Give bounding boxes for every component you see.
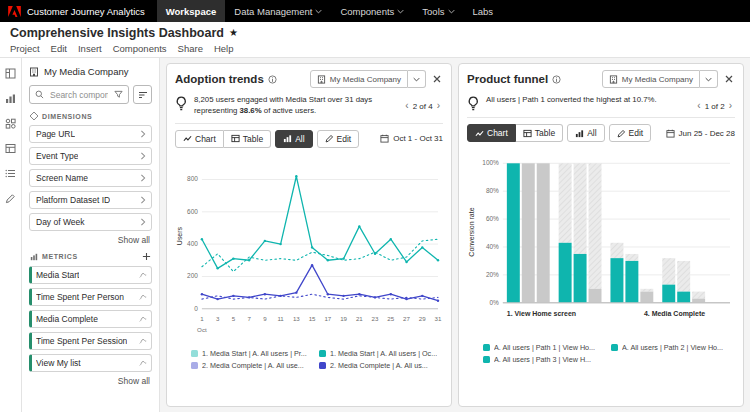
svg-text:Conversion rate: Conversion rate: [468, 207, 475, 256]
insight-pager: ‹ 1 of 2 ›: [694, 101, 735, 111]
svg-text:11: 11: [277, 314, 284, 321]
toolbar-edit-button[interactable]: Edit: [609, 124, 652, 142]
toolbar-all-button[interactable]: All: [567, 124, 604, 142]
search-input[interactable]: [48, 89, 110, 101]
panels-icon[interactable]: [5, 68, 16, 79]
favorite-star-icon[interactable]: ★: [229, 28, 238, 38]
legend-item[interactable]: 2. Media Complete | A. All us...: [319, 361, 439, 370]
chevron-down-icon: [448, 9, 455, 14]
topnav-label: Tools: [422, 6, 444, 17]
insight-text: All users | Path 1 converted the highest…: [486, 94, 688, 105]
panel-title: Product funnel: [467, 73, 548, 85]
lightbulb-icon: [467, 96, 480, 111]
sort-components-button[interactable]: [133, 85, 152, 104]
menu-help[interactable]: Help: [214, 43, 234, 54]
legend-item[interactable]: A. All users | Path 2 | View Ho...: [611, 343, 731, 352]
building-icon: [29, 67, 39, 77]
pager-prev-button[interactable]: ‹: [402, 101, 411, 111]
topnav-components[interactable]: Components: [331, 0, 413, 22]
svg-text:4. Media Complete: 4. Media Complete: [644, 310, 705, 318]
spark-icon: [139, 337, 147, 345]
spark-icon: [139, 271, 147, 279]
list-icon[interactable]: [5, 168, 16, 179]
legend-swatch: [191, 362, 198, 369]
panel-close-button[interactable]: [431, 73, 443, 85]
date-range[interactable]: Oct 1 - Oct 31: [380, 134, 443, 143]
svg-text:13: 13: [293, 314, 300, 321]
metric-item[interactable]: Time Spent Per Person: [29, 288, 152, 306]
topnav-labs[interactable]: Labs: [464, 0, 503, 22]
insight-pager: ‹ 2 of 4 ›: [402, 101, 443, 111]
menu-insert[interactable]: Insert: [78, 43, 102, 54]
menu-edit[interactable]: Edit: [51, 43, 67, 54]
data-view-selector[interactable]: My Media Company: [602, 70, 700, 88]
topnav-data-management[interactable]: Data Management: [225, 0, 331, 22]
svg-text:800: 800: [187, 175, 198, 182]
legend-item[interactable]: A. All users | Path 1 | View Ho...: [483, 343, 603, 352]
toolbar-table-button[interactable]: Table: [516, 124, 563, 142]
data-view-selector[interactable]: My Media Company: [310, 70, 408, 88]
legend-item[interactable]: 2. Media Complete | A. All use...: [191, 361, 311, 370]
legend-item[interactable]: 1. Media Start | A. All users | Oc...: [319, 349, 439, 358]
chart-legend: A. All users | Path 1 | View Ho... A. Al…: [467, 340, 735, 364]
svg-text:0%: 0%: [490, 299, 500, 306]
pager-next-button[interactable]: ›: [434, 101, 443, 111]
toolbar-chart-button[interactable]: Chart: [175, 130, 224, 148]
visualizations-icon[interactable]: [5, 93, 16, 104]
tables-icon[interactable]: [5, 143, 16, 154]
dimensions-show-all[interactable]: Show all: [31, 235, 150, 245]
dimension-item[interactable]: Event Type: [29, 147, 152, 165]
data-view[interactable]: My Media Company: [29, 66, 152, 77]
panel-collapse-button[interactable]: [700, 70, 718, 88]
legend-swatch: [611, 344, 618, 351]
legend-item[interactable]: 1. Media Start | A. All users | Pr...: [191, 349, 311, 358]
dimension-item[interactable]: Page URL: [29, 125, 152, 143]
components-icon[interactable]: [5, 118, 16, 129]
metric-item[interactable]: Time Spent Per Session: [29, 332, 152, 350]
svg-text:25: 25: [387, 314, 394, 321]
pager-label: 2 of 4: [413, 102, 433, 111]
metric-item[interactable]: View My list: [29, 354, 152, 372]
component-search[interactable]: [29, 85, 129, 104]
menu-project[interactable]: Project: [10, 43, 40, 54]
panel-close-button[interactable]: [723, 73, 735, 85]
topnav-workspace[interactable]: Workspace: [157, 0, 226, 22]
annotate-icon[interactable]: [5, 193, 16, 204]
date-range[interactable]: Jun 25 - Dec 28: [666, 129, 735, 138]
dimension-item[interactable]: Screen Name: [29, 169, 152, 187]
metrics-show-all[interactable]: Show all: [31, 376, 150, 386]
toolbar-table-button[interactable]: Table: [224, 130, 271, 148]
add-metric-button[interactable]: [142, 252, 151, 261]
legend-item[interactable]: A. All users | Path 3 | View H...: [483, 355, 603, 364]
line-chart-icon: [475, 129, 484, 138]
table-icon: [231, 134, 240, 143]
chevron-down-icon: [413, 77, 420, 82]
legend-swatch: [319, 350, 326, 357]
pager-next-button[interactable]: ›: [726, 101, 735, 111]
panel-collapse-button[interactable]: [408, 70, 426, 88]
svg-text:21: 21: [356, 314, 363, 321]
legend-swatch: [483, 356, 490, 363]
svg-text:5: 5: [232, 314, 236, 321]
dimension-item[interactable]: Day of Week: [29, 213, 152, 231]
svg-text:3: 3: [216, 314, 220, 321]
svg-text:20%: 20%: [486, 271, 499, 278]
filter-icon[interactable]: [114, 90, 123, 99]
adobe-logo[interactable]: [8, 6, 21, 17]
topnav-tools[interactable]: Tools: [413, 0, 463, 22]
pager-prev-button[interactable]: ‹: [694, 101, 703, 111]
menu-share[interactable]: Share: [178, 43, 203, 54]
chevron-down-icon: [705, 77, 712, 82]
close-icon: [725, 75, 733, 83]
metric-item[interactable]: Media Complete: [29, 310, 152, 328]
close-icon: [433, 75, 441, 83]
metric-item[interactable]: Media Start: [29, 266, 152, 284]
menu-components[interactable]: Components: [113, 43, 167, 54]
toolbar-chart-button[interactable]: Chart: [467, 124, 516, 142]
svg-text:29: 29: [419, 314, 426, 321]
toolbar-edit-button[interactable]: Edit: [317, 130, 360, 148]
chevron-right-icon: [139, 152, 147, 160]
toolbar-all-button[interactable]: All: [275, 130, 312, 148]
dimension-item[interactable]: Platform Dataset ID: [29, 191, 152, 209]
pager-label: 1 of 2: [705, 102, 725, 111]
